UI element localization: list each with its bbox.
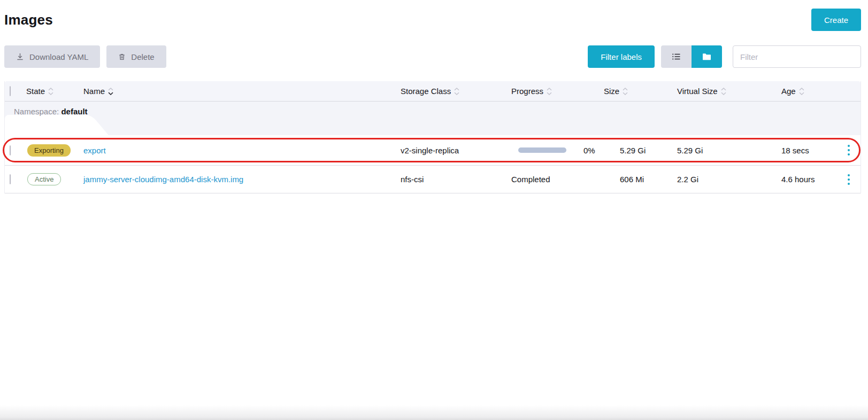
row-checkbox[interactable] (10, 174, 11, 184)
toolbar: Download YAML Delete Filter labels (4, 45, 861, 68)
image-name-link[interactable]: export (83, 146, 106, 155)
column-header-size[interactable]: Size (601, 87, 670, 96)
table-header: State Name Storage Class Progress (5, 81, 861, 102)
delete-button[interactable]: Delete (106, 45, 166, 68)
top-bar: Images Create (0, 0, 868, 31)
row-checkbox[interactable] (10, 145, 11, 155)
progress-percent: 0% (583, 146, 595, 155)
age-cell: 18 secs (776, 146, 836, 155)
flat-list-view-button[interactable] (661, 45, 692, 68)
download-yaml-button[interactable]: Download YAML (4, 45, 100, 68)
kebab-icon (848, 145, 850, 147)
sort-icon (48, 88, 53, 95)
images-table: State Name Storage Class Progress (4, 81, 861, 193)
sort-icon (547, 88, 552, 95)
virtual-size-cell: 2.2 Gi (670, 175, 776, 184)
column-header-storage-class[interactable]: Storage Class (393, 87, 508, 96)
column-header-age[interactable]: Age (776, 87, 836, 96)
view-toggle (661, 45, 722, 68)
sort-icon (799, 88, 804, 95)
column-header-progress[interactable]: Progress (508, 87, 601, 96)
filter-labels-button[interactable]: Filter labels (588, 45, 655, 68)
download-yaml-label: Download YAML (29, 52, 88, 61)
filter-input[interactable] (733, 45, 861, 68)
namespace-name: default (61, 107, 87, 116)
state-badge: Exporting (27, 144, 71, 157)
state-badge: Active (27, 173, 61, 185)
image-name-link[interactable]: jammy-server-cloudimg-amd64-disk-kvm.img (83, 175, 243, 184)
delete-label: Delete (131, 52, 154, 61)
column-header-virtual-size[interactable]: Virtual Size (670, 87, 776, 96)
progress-cell: Completed (508, 175, 601, 184)
virtual-size-cell: 5.29 Gi (670, 146, 776, 155)
sort-active-icon (108, 88, 113, 95)
column-header-state[interactable]: State (23, 87, 80, 96)
bottom-fade (0, 405, 868, 420)
progress-cell: 0% (508, 146, 601, 155)
age-cell: 4.6 hours (776, 175, 836, 184)
download-icon (16, 52, 24, 61)
grouped-view-button[interactable] (692, 45, 722, 68)
sort-icon (721, 88, 726, 95)
row-actions-button[interactable] (846, 143, 852, 158)
table-controls: Filter labels (588, 45, 861, 68)
select-all-checkbox[interactable] (10, 86, 11, 96)
list-icon (672, 52, 681, 61)
sort-icon (454, 88, 459, 95)
size-cell: 606 Mi (601, 175, 670, 184)
kebab-icon (848, 174, 850, 176)
namespace-group-label: Namespace: default (5, 102, 861, 122)
folder-icon (702, 53, 711, 61)
column-header-name[interactable]: Name (80, 87, 393, 96)
storage-class-cell: v2-single-replica (393, 146, 508, 155)
progress-bar (518, 147, 566, 153)
trash-icon (118, 53, 126, 61)
create-button[interactable]: Create (811, 9, 861, 31)
size-cell: 5.29 Gi (601, 146, 670, 155)
bulk-actions: Download YAML Delete (4, 45, 166, 68)
row-actions-button[interactable] (846, 172, 852, 187)
storage-class-cell: nfs-csi (393, 175, 508, 184)
table-row: Active jammy-server-cloudimg-amd64-disk-… (5, 166, 861, 193)
page-title: Images (4, 12, 53, 28)
namespace-group-header: Namespace: default (5, 102, 861, 135)
table-row: Exporting export v2-single-replica 0% 5.… (5, 135, 861, 166)
sort-icon (623, 88, 628, 95)
